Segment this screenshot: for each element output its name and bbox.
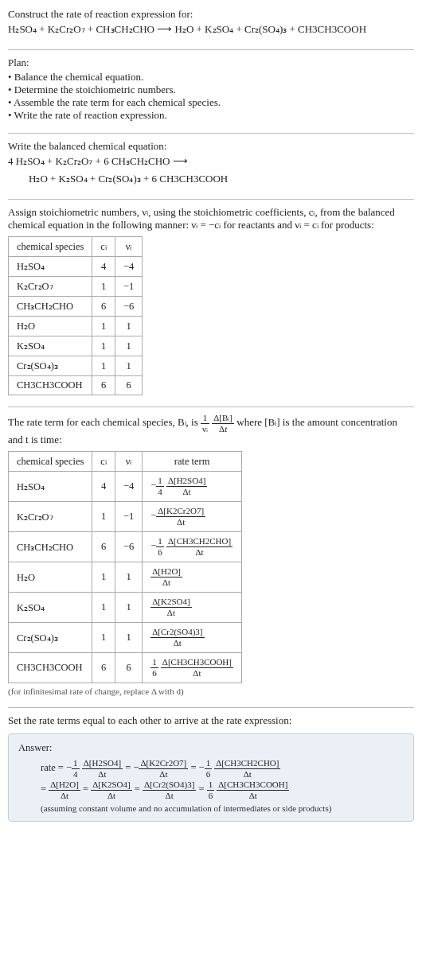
balanced-heading: Write the balanced chemical equation: bbox=[8, 140, 414, 153]
table-row: CH3CH3COOH66 bbox=[9, 376, 143, 395]
intro-line: Construct the rate of reaction expressio… bbox=[8, 8, 414, 21]
balanced-section: Write the balanced chemical equation: 4 … bbox=[8, 133, 414, 188]
table-header-row: chemical species cᵢ νᵢ rate term bbox=[9, 452, 242, 472]
plan-heading: Plan: bbox=[8, 56, 414, 69]
rate-term-table: chemical species cᵢ νᵢ rate term H₂SO₄4−… bbox=[8, 451, 242, 683]
answer-equation: rate = −14 Δ[H2SO4]Δt = −Δ[K2Cr2O7]Δt = … bbox=[18, 757, 404, 799]
rate-term-section: The rate term for each chemical species,… bbox=[8, 406, 414, 696]
plan-item: Determine the stoichiometric numbers. bbox=[8, 84, 414, 96]
answer-label: Answer: bbox=[18, 742, 404, 754]
col-header: νᵢ bbox=[115, 452, 142, 472]
rate-term-intro: The rate term for each chemical species,… bbox=[8, 414, 414, 446]
intro-equation: H₂SO₄ + K₂Cr₂O₇ + CH₃CH₂CHO ⟶ H₂O + K₂SO… bbox=[8, 21, 414, 38]
infinitesimal-note: (for infinitesimal rate of change, repla… bbox=[8, 686, 414, 696]
plan-item: Assemble the rate term for each chemical… bbox=[8, 96, 414, 109]
table-row: CH3CH3COOH6616 Δ[CH3CH3COOH]Δt bbox=[9, 653, 242, 683]
answer-note: (assuming constant volume and no accumul… bbox=[18, 803, 404, 813]
balanced-line1: 4 H₂SO₄ + K₂Cr₂O₇ + 6 CH₃CH₂CHO ⟶ bbox=[8, 153, 414, 170]
plan-section: Plan: Balance the chemical equation. Det… bbox=[8, 49, 414, 122]
balanced-line2: H₂O + K₂SO₄ + Cr₂(SO₄)₃ + 6 CH3CH3COOH bbox=[8, 170, 414, 188]
table-row: K₂Cr₂O₇1−1 bbox=[9, 277, 143, 297]
plan-item: Write the rate of reaction expression. bbox=[8, 109, 414, 122]
plan-item: Balance the chemical equation. bbox=[8, 71, 414, 84]
table-row: H₂SO₄4−4−14 Δ[H2SO4]Δt bbox=[9, 472, 242, 502]
col-header: cᵢ bbox=[92, 237, 115, 257]
stoich-table: chemical species cᵢ νᵢ H₂SO₄4−4 K₂Cr₂O₇1… bbox=[8, 236, 143, 395]
col-header: chemical species bbox=[9, 237, 92, 257]
table-row: H₂O11Δ[H2O]Δt bbox=[9, 562, 242, 593]
rate-frac-dB-dt: Δ[Bᵢ]Δt bbox=[212, 414, 234, 434]
answer-box: Answer: rate = −14 Δ[H2SO4]Δt = −Δ[K2Cr2… bbox=[8, 733, 414, 821]
col-header: νᵢ bbox=[115, 237, 142, 257]
table-row: H₂O11 bbox=[9, 317, 143, 336]
col-header: rate term bbox=[143, 452, 242, 472]
set-equal-text: Set the rate terms equal to each other t… bbox=[8, 714, 414, 727]
stoich-section: Assign stoichiometric numbers, νᵢ, using… bbox=[8, 199, 414, 395]
table-row: H₂SO₄4−4 bbox=[9, 257, 143, 277]
table-row: CH₃CH₂CHO6−6 bbox=[9, 297, 143, 317]
table-row: K₂SO₄11 bbox=[9, 336, 143, 356]
plan-list: Balance the chemical equation. Determine… bbox=[8, 71, 414, 122]
table-header-row: chemical species cᵢ νᵢ bbox=[9, 237, 143, 257]
intro-section: Construct the rate of reaction expressio… bbox=[8, 8, 414, 38]
table-row: Cr₂(SO₄)₃11Δ[Cr2(SO4)3]Δt bbox=[9, 623, 242, 653]
stoich-intro: Assign stoichiometric numbers, νᵢ, using… bbox=[8, 206, 414, 231]
table-row: CH₃CH₂CHO6−6−16 Δ[CH3CH2CHO]Δt bbox=[9, 532, 242, 562]
col-header: chemical species bbox=[9, 452, 92, 472]
set-equal-section: Set the rate terms equal to each other t… bbox=[8, 707, 414, 821]
table-row: K₂Cr₂O₇1−1−Δ[K2Cr2O7]Δt bbox=[9, 502, 242, 532]
rate-frac-1-over-nu: 1νᵢ bbox=[201, 414, 209, 434]
col-header: cᵢ bbox=[92, 452, 115, 472]
table-row: K₂SO₄11Δ[K2SO4]Δt bbox=[9, 593, 242, 623]
table-row: Cr₂(SO₄)₃11 bbox=[9, 356, 143, 376]
